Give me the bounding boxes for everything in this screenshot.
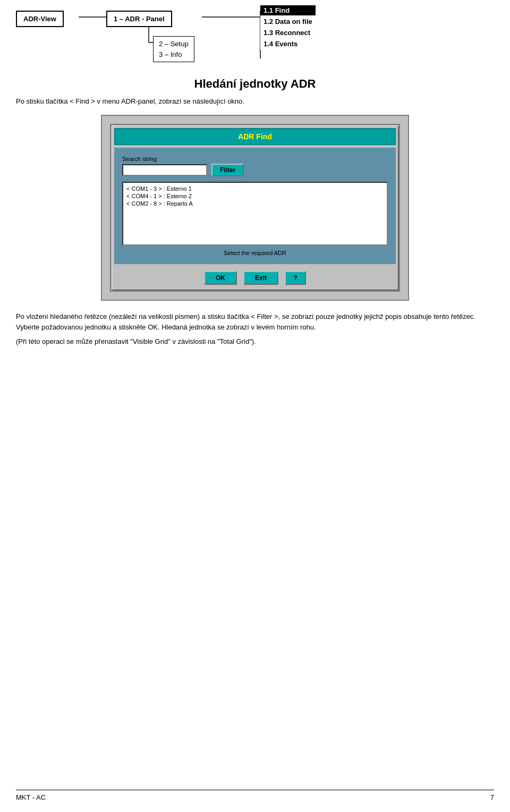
body-paragraph-2: (Při této operaci se může přenastavit "V… <box>16 336 494 348</box>
nav-find-item-1: 1.1 Find <box>260 5 316 15</box>
nav-find-item-3: 1.3 Reconnect <box>260 28 316 38</box>
page-title: Hledání jednotky ADR <box>16 77 494 91</box>
nav-find-item-2: 1.2 Data on file <box>260 16 316 27</box>
select-label: Select the required ADR <box>122 250 388 256</box>
dialog-screenshot: ADR Find Search string Filter < COM1 - 3… <box>101 115 409 301</box>
help-button[interactable]: ? <box>285 271 306 285</box>
footer-left: MKT - AC <box>16 793 46 801</box>
ok-button[interactable]: OK <box>204 271 237 285</box>
page-footer: MKT - AC 7 <box>16 790 494 801</box>
search-section: Search string Filter <box>122 156 388 176</box>
dialog-body: Search string Filter < COM1 - 3 > : Este… <box>114 148 396 264</box>
list-item[interactable]: < COM1 - 3 > : Esterno 1 <box>125 185 385 192</box>
nav-find-item-4: 1.4 Events <box>260 39 316 49</box>
search-input[interactable] <box>122 164 207 176</box>
list-item[interactable]: < COM2 - 8 > : Reparto A <box>125 200 385 207</box>
intro-text: Po stisku tlačítka < Find > v menu ADR-p… <box>16 96 494 107</box>
body-paragraph-1: Po vložení hledaného řetězce (nezáleží n… <box>16 311 494 334</box>
search-row: Filter <box>122 164 388 176</box>
search-label: Search string <box>122 156 388 162</box>
nav-adr-panel: 1 – ADR - Panel <box>106 11 172 27</box>
footer-right: 7 <box>490 793 494 801</box>
filter-button[interactable]: Filter <box>211 164 244 176</box>
dialog-window: ADR Find Search string Filter < COM1 - 3… <box>110 124 400 292</box>
dialog-title: ADR Find <box>114 128 396 145</box>
nav-setup-info: 2 – Setup 3 – Info <box>153 36 194 62</box>
dialog-footer: OK Exit ? <box>112 267 398 290</box>
nav-adr-view: ADR-View <box>16 11 64 27</box>
list-container: < COM1 - 3 > : Esterno 1 < COM4 - 1 > : … <box>122 182 388 246</box>
list-box[interactable]: < COM1 - 3 > : Esterno 1 < COM4 - 1 > : … <box>122 182 388 246</box>
list-item[interactable]: < COM4 - 1 > : Esterno 2 <box>125 192 385 200</box>
exit-button[interactable]: Exit <box>243 271 278 285</box>
nav-find-group: 1.1 Find 1.2 Data on file 1.3 Reconnect … <box>260 5 316 50</box>
